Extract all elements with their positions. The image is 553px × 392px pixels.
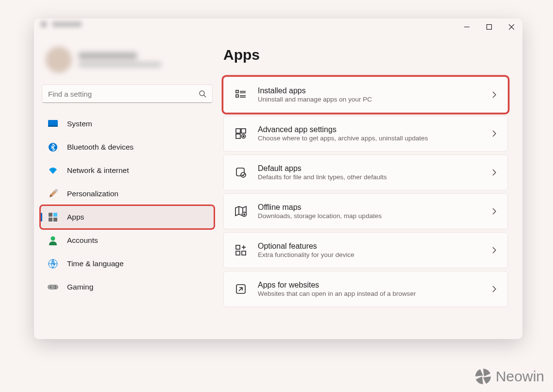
sidebar-item-label: Gaming <box>67 283 93 291</box>
watermark: Neowin <box>474 368 544 385</box>
svg-rect-37 <box>236 245 240 249</box>
svg-line-5 <box>204 95 206 97</box>
window-controls <box>455 18 522 35</box>
card-subtitle: Extra functionality for your device <box>258 251 481 258</box>
svg-rect-22 <box>236 95 238 97</box>
minimize-button[interactable] <box>455 18 478 35</box>
close-button[interactable] <box>500 18 522 35</box>
chevron-right-icon <box>492 169 497 176</box>
search-icon <box>199 90 206 98</box>
card-title: Optional features <box>258 242 481 251</box>
chevron-right-icon <box>492 285 497 293</box>
card-subtitle: Websites that can open in an app instead… <box>258 290 481 297</box>
svg-rect-7 <box>48 125 58 127</box>
advanced-settings-icon <box>235 127 247 140</box>
bluetooth-icon <box>48 142 58 153</box>
svg-point-31 <box>243 136 244 136</box>
svg-rect-17 <box>48 285 58 290</box>
settings-list: Installed apps Uninstall and manage apps… <box>223 77 508 307</box>
main-content: Apps Installed apps Uninstall and manage… <box>218 37 522 339</box>
svg-point-20 <box>55 288 56 289</box>
sidebar-item-network[interactable]: Network & internet <box>41 159 214 182</box>
svg-point-4 <box>200 91 204 96</box>
card-default-apps[interactable]: Default apps Defaults for file and link … <box>223 154 508 190</box>
sidebar-item-apps[interactable]: Apps <box>41 206 214 228</box>
nav-list: System Bluetooth & devices Network & int… <box>41 113 214 298</box>
settings-window: System Bluetooth & devices Network & int… <box>34 18 522 339</box>
titlebar-left-blurred <box>34 18 88 30</box>
svg-rect-38 <box>236 251 240 255</box>
sidebar-item-label: Network & internet <box>67 166 129 175</box>
page-title: Apps <box>223 47 508 63</box>
sidebar-item-system[interactable]: System <box>41 113 214 135</box>
chevron-right-icon <box>492 91 497 99</box>
titlebar <box>34 18 522 37</box>
card-subtitle: Choose where to get apps, archive apps, … <box>258 135 481 142</box>
card-offline-maps[interactable]: Offline maps Downloads, storage location… <box>223 193 508 229</box>
svg-rect-21 <box>236 90 238 93</box>
sidebar-item-label: Time & language <box>67 259 124 268</box>
installed-apps-icon <box>235 88 247 101</box>
svg-rect-10 <box>49 213 52 217</box>
personalization-icon <box>48 188 58 199</box>
svg-rect-13 <box>53 218 57 222</box>
accounts-icon <box>48 235 58 246</box>
sidebar-item-personalization[interactable]: Personalization <box>41 183 214 205</box>
card-title: Default apps <box>258 164 481 173</box>
svg-rect-39 <box>242 251 246 255</box>
card-title: Offline maps <box>258 203 481 212</box>
card-optional-features[interactable]: Optional features Extra functionality fo… <box>223 232 508 268</box>
svg-rect-11 <box>53 213 57 217</box>
svg-rect-12 <box>49 218 52 222</box>
card-apps-for-websites[interactable]: Apps for websites Websites that can open… <box>223 271 508 307</box>
offline-maps-icon <box>235 205 247 218</box>
default-apps-icon <box>235 166 247 179</box>
chevron-right-icon <box>492 130 497 137</box>
search-box[interactable] <box>42 85 213 103</box>
card-subtitle: Downloads, storage location, map updates <box>258 212 481 220</box>
apps-for-websites-icon <box>235 283 247 295</box>
card-installed-apps[interactable]: Installed apps Uninstall and manage apps… <box>223 77 508 113</box>
neowin-logo-icon <box>474 368 492 385</box>
sidebar-item-gaming[interactable]: Gaming <box>41 276 214 298</box>
chevron-right-icon <box>492 246 497 254</box>
sidebar: System Bluetooth & devices Network & int… <box>34 37 218 339</box>
sidebar-item-bluetooth[interactable]: Bluetooth & devices <box>41 136 214 158</box>
svg-point-19 <box>55 286 56 287</box>
card-advanced-app-settings[interactable]: Advanced app settings Choose where to ge… <box>223 116 508 152</box>
optional-features-icon <box>235 244 247 256</box>
svg-rect-27 <box>236 129 240 133</box>
card-title: Installed apps <box>258 86 481 95</box>
profile-section-blurred <box>41 42 214 84</box>
sidebar-item-accounts[interactable]: Accounts <box>41 229 214 252</box>
sidebar-item-label: Personalization <box>67 189 118 198</box>
system-icon <box>48 119 58 129</box>
svg-rect-28 <box>241 129 246 133</box>
maximize-button[interactable] <box>478 18 500 35</box>
svg-point-18 <box>50 287 51 288</box>
card-title: Advanced app settings <box>258 125 481 134</box>
sidebar-item-label: Accounts <box>67 236 98 245</box>
svg-rect-29 <box>236 134 240 138</box>
watermark-text: Neowin <box>496 368 544 385</box>
card-subtitle: Uninstall and manage apps on your PC <box>258 96 481 103</box>
time-language-icon <box>48 258 58 269</box>
sidebar-item-time-language[interactable]: Time & language <box>41 253 214 275</box>
svg-rect-1 <box>486 24 491 29</box>
apps-icon <box>48 212 58 222</box>
gaming-icon <box>48 282 58 292</box>
svg-point-14 <box>51 237 55 241</box>
sidebar-item-label: Bluetooth & devices <box>67 143 134 152</box>
card-subtitle: Defaults for file and link types, other … <box>258 173 481 181</box>
avatar <box>46 47 72 73</box>
search-input[interactable] <box>48 90 199 98</box>
chevron-right-icon <box>492 207 497 215</box>
network-icon <box>48 165 58 176</box>
svg-point-43 <box>475 368 491 385</box>
card-title: Apps for websites <box>258 281 481 290</box>
sidebar-item-label: Apps <box>67 213 84 222</box>
sidebar-item-label: System <box>67 119 92 128</box>
